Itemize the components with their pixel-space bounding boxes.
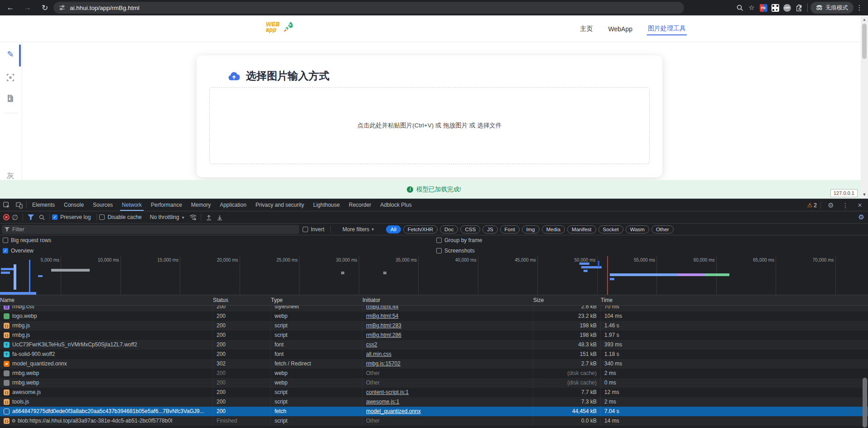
extension-abp-icon[interactable]: ABP xyxy=(781,2,793,14)
zoom-icon[interactable] xyxy=(734,2,746,14)
filter-chip-media[interactable]: Media xyxy=(542,225,565,233)
bookmark-star-icon[interactable]: ☆ xyxy=(746,2,757,14)
more-filters-button[interactable]: More filters ▾ xyxy=(342,226,374,233)
filter-chip-socket[interactable]: Socket xyxy=(598,225,623,233)
devtools-tab-adblock-plus[interactable]: Adblock Plus xyxy=(376,199,416,211)
initiator-link[interactable]: css2 xyxy=(366,341,377,348)
filter-chip-manifest[interactable]: Manifest xyxy=(567,225,596,233)
devtools-scrollbar-thumb[interactable] xyxy=(863,378,867,428)
devtools-tab-sources[interactable]: Sources xyxy=(88,199,117,211)
page-scrollbar[interactable]: ▲ ▼ xyxy=(861,15,868,199)
search-icon[interactable] xyxy=(36,213,47,222)
devtools-menu-kebab-icon[interactable]: ⋮ xyxy=(839,202,852,209)
network-request-row[interactable]: TUcC73FwrK3iLTeHuS_nVMrMxCp50SjIa1ZL7.wo… xyxy=(0,340,868,350)
initiator-link[interactable]: content-script.js:1 xyxy=(366,389,409,395)
nav-item-主页[interactable]: 主页 xyxy=(579,23,594,35)
image-dropzone[interactable]: 点击此处并粘贴图片(Ctrl+V) 或 拖放图片 或 选择文件 xyxy=(209,87,650,164)
initiator-link[interactable]: model_quantized.onnx xyxy=(366,408,421,414)
export-har-icon[interactable] xyxy=(214,213,225,222)
device-toolbar-icon[interactable] xyxy=(13,199,25,211)
network-request-row[interactable]: rmbg.webp200webpOther(disk cache)0 ms xyxy=(0,378,868,388)
filter-chip-other[interactable]: Other xyxy=(651,225,674,233)
browser-menu-kebab-icon[interactable]: ⋮ xyxy=(854,2,865,14)
archive-file-icon[interactable] xyxy=(5,92,16,104)
filter-chip-js[interactable]: JS xyxy=(482,225,497,233)
devtools-tab-lighthouse[interactable]: Lighthouse xyxy=(309,199,344,211)
devtools-tab-memory[interactable]: Memory xyxy=(187,199,215,211)
filter-chip-img[interactable]: Img xyxy=(522,225,540,233)
network-request-row[interactable]: Tfa-solid-900.woff2200fontall.min.css151… xyxy=(0,350,868,359)
initiator-link[interactable]: rmBg.html:283 xyxy=(366,322,401,329)
group-by-frame-checkbox[interactable]: ✓ xyxy=(436,238,442,243)
invert-checkbox[interactable]: ✓ xyxy=(303,227,308,232)
column-header-initiator[interactable]: Initiator xyxy=(362,295,533,305)
screenshots-checkbox[interactable]: ✓ xyxy=(436,248,442,253)
import-har-icon[interactable] xyxy=(203,213,214,222)
network-request-row[interactable]: ( )rmbg.js200scriptrmBg.html:283198 kB1.… xyxy=(0,321,868,331)
column-header-size[interactable]: Size xyxy=(533,295,601,305)
network-request-row[interactable]: ( )awesome.js200scriptcontent-script.js:… xyxy=(0,388,868,397)
network-request-row[interactable]: ( )⚙blob:https://ai.hhui.top/a83a97ac-38… xyxy=(0,416,868,426)
expand-arrows-icon[interactable] xyxy=(5,72,16,83)
network-settings-gear-icon[interactable]: ⚙ xyxy=(858,213,864,221)
throttling-select[interactable]: No throttling ▾ xyxy=(150,214,184,220)
initiator-link[interactable]: all.min.css xyxy=(366,351,391,357)
nav-item-图片处理工具[interactable]: 图片处理工具 xyxy=(647,23,687,35)
initiator-link[interactable]: rmbg.js:15702 xyxy=(366,360,400,367)
site-settings-icon[interactable] xyxy=(59,5,65,11)
filter-input[interactable]: Filter xyxy=(2,225,299,234)
network-overview-timeline[interactable]: 5,000 ms10,000 ms15,000 ms20,000 ms25,00… xyxy=(0,256,868,295)
inspect-element-icon[interactable] xyxy=(0,199,13,211)
clear-network-log-icon[interactable]: ∅ xyxy=(10,213,20,222)
extensions-puzzle-icon[interactable] xyxy=(793,2,805,14)
devtools-tab-privacy-and-security[interactable]: Privacy and security xyxy=(251,199,309,211)
reload-icon[interactable]: ↻ xyxy=(38,2,52,14)
initiator-link[interactable]: awesome.js:1 xyxy=(366,399,399,405)
column-header-time[interactable]: Time xyxy=(601,295,868,305)
address-bar[interactable]: ai.hhui.top/app/rmBg.html xyxy=(53,2,684,14)
network-request-row[interactable]: rmbg.webp200webpOther(disk cache)2 ms xyxy=(0,369,868,378)
devtools-tab-recorder[interactable]: Recorder xyxy=(344,199,376,211)
forward-icon[interactable]: → xyxy=(21,2,34,14)
disable-cache-checkbox[interactable]: ✓ xyxy=(99,214,105,220)
record-network-log-icon[interactable] xyxy=(3,214,10,220)
initiator-link[interactable]: rmBg.html:54 xyxy=(366,313,398,319)
filter-chip-wasm[interactable]: Wasm xyxy=(626,225,649,233)
network-conditions-icon[interactable] xyxy=(188,213,198,222)
network-request-row[interactable]: a6648479275dfd0ede0f3a8abc20aa5c437b3946… xyxy=(0,407,868,416)
devtools-close-icon[interactable]: × xyxy=(854,201,866,209)
devtools-tab-network[interactable]: Network xyxy=(117,199,146,211)
extension-qr-icon[interactable] xyxy=(769,2,781,14)
scroll-down-icon[interactable]: ▼ xyxy=(862,192,867,197)
console-warning-badge[interactable]: ⚠2 xyxy=(807,202,817,209)
devtools-tab-performance[interactable]: Performance xyxy=(146,199,187,211)
network-request-row[interactable]: ( )tools.js200scriptawesome.js:17.3 kB2 … xyxy=(0,397,868,407)
devtools-tab-console[interactable]: Console xyxy=(59,199,88,211)
filter-chip-doc[interactable]: Doc xyxy=(440,225,458,233)
devtools-settings-gear-icon[interactable]: ⚙ xyxy=(825,201,837,209)
back-icon[interactable]: ← xyxy=(4,2,17,14)
big-request-rows-checkbox[interactable]: ✓ xyxy=(3,238,8,243)
page-scrollbar-thumb[interactable] xyxy=(862,24,867,59)
devtools-tab-application[interactable]: Application xyxy=(215,199,251,211)
column-header-type[interactable]: Type xyxy=(271,295,362,305)
filter-funnel-icon[interactable] xyxy=(25,213,36,222)
filter-chip-css[interactable]: CSS xyxy=(460,225,480,233)
site-logo[interactable]: WEBapp xyxy=(266,20,295,34)
scroll-up-icon[interactable]: ▲ xyxy=(862,17,867,22)
network-request-row[interactable]: ⇄model_quantized.onnx302fetch / Redirect… xyxy=(0,359,868,369)
overview-checkbox[interactable]: ✓ xyxy=(3,248,8,253)
filter-chip-fetch-xhr[interactable]: Fetch/XHR xyxy=(403,225,438,233)
filter-chip-font[interactable]: Font xyxy=(500,225,520,233)
preserve-log-checkbox[interactable]: ✓ xyxy=(52,214,58,220)
nav-item-WebApp[interactable]: WebApp xyxy=(608,24,633,34)
devtools-tab-elements[interactable]: Elements xyxy=(28,199,59,211)
column-header-status[interactable]: Status xyxy=(213,295,271,305)
extension-fe-icon[interactable]: FE xyxy=(757,2,769,14)
network-request-row[interactable]: ( )rmbg.js200scriptrmBg.html:286198 kB1.… xyxy=(0,331,868,340)
initiator-link[interactable]: rmBg.html:286 xyxy=(366,332,401,338)
column-header-name[interactable]: Name xyxy=(0,295,213,305)
network-request-row[interactable]: logo.webp200webprmBg.html:5423.2 kB104 m… xyxy=(0,311,868,321)
filter-chip-all[interactable]: All xyxy=(386,225,401,233)
edit-pencil-icon[interactable]: ✎ xyxy=(5,49,16,60)
